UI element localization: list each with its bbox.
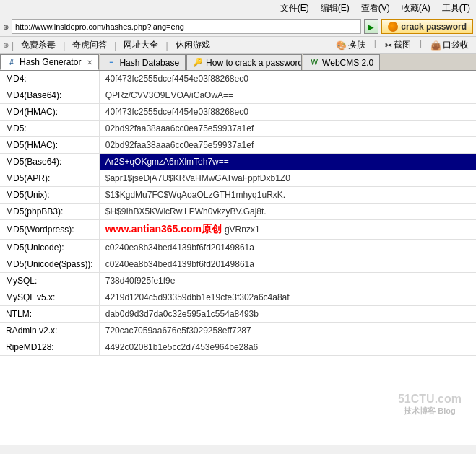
hash-value[interactable]: $1$KgdMu7FC$WqAoaOLzGTH1mhyq1uRxK. — [99, 187, 476, 204]
tab-crack-label: How to crack a password — [206, 58, 302, 68]
toolbar-sep1: | — [12, 40, 14, 51]
hash-value[interactable]: 738d40f925fe1f9e — [99, 273, 476, 289]
table-row: MySQL:738d40f925fe1f9e — [0, 273, 476, 289]
tab-crack-password[interactable]: 🔑 How to crack a password — [186, 54, 302, 70]
hash-label: NTLM: — [0, 306, 99, 323]
menu-favorites[interactable]: 收藏(A) — [399, 1, 433, 15]
table-row: MD5(Unix):$1$KgdMu7FC$WqAoaOLzGTH1mhyq1u… — [0, 187, 476, 204]
toolbar-sep6: | — [420, 38, 422, 52]
table-row: MD4(HMAC):40f473fc2555dcef4454e03f88268e… — [0, 104, 476, 121]
screenshot-icon: ✂ — [385, 40, 392, 51]
hash-label: RipeMD128: — [0, 339, 99, 356]
table-row: MySQL v5.x:4219d1204c5d93359dbb1e19cfe3f… — [0, 289, 476, 306]
hash-label: MD4(HMAC): — [0, 104, 99, 121]
table-row: RipeMD128:4492c02081b1e5cc2d7453e964be28… — [0, 339, 476, 356]
hash-gen-icon: # — [7, 57, 17, 67]
table-row: MD5(Base64):Ar2S+qOKgmzA6nXlmTeh7w== — [0, 154, 476, 170]
hash-label: MD5(Unix): — [0, 187, 99, 204]
table-row: MD5(HMAC):02bd92faa38aaa6cc0ea75e59937a1… — [0, 137, 476, 154]
hash-db-icon: ≡ — [106, 58, 116, 68]
table-row: MD5(Unicode($pass)):c0240ea8b34bed4139bf… — [0, 256, 476, 273]
toolbar-screenshot[interactable]: ✂ 截图 — [381, 38, 415, 52]
toolbar-icon: ⊕ — [3, 41, 9, 49]
address-icon: ⊕ — [3, 23, 9, 31]
hash-label: MD5(Base64): — [0, 154, 99, 170]
crack-password-button[interactable]: crack password — [381, 19, 473, 34]
toolbar-sep5: | — [374, 38, 376, 52]
hash-label: MD5(HMAC): — [0, 137, 99, 154]
crack-icon: 🔑 — [193, 58, 203, 68]
hash-value[interactable]: 4219d1204c5d93359dbb1e19cfe3f302a6c4a8af — [99, 289, 476, 306]
table-row: MD5(APR):$apr1$jseDjA7U$KRVaHMwGATwaFppf… — [0, 170, 476, 187]
toolbar-nav[interactable]: 网址大全 — [119, 38, 163, 52]
tab-webcms[interactable]: W WebCMS 2.0 — [303, 54, 380, 70]
toolbar-sep4: | — [165, 40, 168, 51]
hash-value[interactable]: 720cac7059aa676e5f3029258eff7287 — [99, 323, 476, 339]
pocket-icon: 👜 — [430, 40, 441, 51]
content-area: MD4:40f473fc2555dcef4454e03f88268ec0MD4(… — [0, 71, 476, 445]
toolbar-qa[interactable]: 奇虎问答 — [68, 38, 111, 52]
hash-value[interactable]: 4492c02081b1e5cc2d7453e964be28a6 — [99, 339, 476, 356]
address-bar-row: ⊕ ▶ crack password — [0, 17, 476, 37]
tab-hash-gen-close[interactable]: ✕ — [87, 58, 92, 66]
tab-webcms-label: WebCMS 2.0 — [322, 58, 373, 68]
hash-value[interactable]: Ar2S+qOKgmzA6nXlmTeh7w== — [99, 154, 476, 170]
table-row: NTLM:dab0d9d3d7da0c32e595a1c554a8493b — [0, 306, 476, 323]
hash-value-text: gVRnzx1 — [225, 224, 260, 235]
menu-view[interactable]: 查看(V) — [358, 1, 393, 15]
tab-hash-gen-label: Hash Generator — [20, 57, 81, 67]
hash-label: MD5(phpBB3): — [0, 204, 99, 220]
menu-edit[interactable]: 编辑(E) — [318, 1, 352, 15]
toolbar-skin[interactable]: 🎨 换肤 — [332, 38, 370, 52]
hash-value[interactable]: $apr1$jseDjA7U$KRVaHMwGATwaFppfDxb1Z0 — [99, 170, 476, 187]
toolbar-right: 🎨 换肤 | ✂ 截图 | 👜 口袋收 — [332, 38, 473, 52]
hash-value[interactable]: $H$9IhBX5KWicRw.LPWh0vkzyBV.Gaj8t. — [99, 204, 476, 220]
tab-hash-db-label: Hash Database — [119, 58, 179, 68]
address-input[interactable] — [12, 19, 361, 34]
table-row: MD4(Base64):QPRz/CVV3O9EVOA/iCaOwA== — [0, 87, 476, 104]
hash-value[interactable]: c0240ea8b34bed4139bf6fd20149861a — [99, 240, 476, 256]
table-row: RAdmin v2.x:720cac7059aa676e5f3029258eff… — [0, 323, 476, 339]
toolbar-sep3: | — [114, 40, 116, 51]
crack-search-icon — [388, 22, 398, 32]
hash-value[interactable]: 40f473fc2555dcef4454e03f88268ec0 — [99, 104, 476, 121]
toolbar-games[interactable]: 休闲游戏 — [171, 38, 215, 52]
hash-value[interactable]: 02bd92faa38aaa6cc0ea75e59937a1ef — [99, 121, 476, 137]
hash-value[interactable]: dab0d9d3d7da0c32e595a1c554a8493b — [99, 306, 476, 323]
table-row: MD5(phpBB3):$H$9IhBX5KWicRw.LPWh0vkzyBV.… — [0, 204, 476, 220]
hash-label: MD5(Unicode): — [0, 240, 99, 256]
toolbar-pocket[interactable]: 👜 口袋收 — [426, 38, 473, 52]
crack-label: crack password — [401, 22, 467, 32]
hash-label: MySQL v5.x: — [0, 289, 99, 306]
watermark-line1: 51CTU.com — [398, 393, 462, 406]
hash-value[interactable]: c0240ea8b34bed4139bf6fd20149861a — [99, 256, 476, 273]
hash-value[interactable]: 02bd92faa38aaa6cc0ea75e59937a1ef — [99, 137, 476, 154]
tab-hash-generator[interactable]: # Hash Generator ✕ — [0, 54, 99, 70]
go-button[interactable]: ▶ — [364, 19, 378, 34]
toolbar-antivirus[interactable]: 免费杀毒 — [17, 38, 60, 52]
hash-label: MD4(Base64): — [0, 87, 99, 104]
webcms-icon: W — [309, 58, 319, 68]
skin-icon: 🎨 — [336, 40, 347, 51]
menu-file[interactable]: 文件(E) — [277, 1, 312, 15]
table-row: MD5:02bd92faa38aaa6cc0ea75e59937a1ef — [0, 121, 476, 137]
menu-tools[interactable]: 工具(T) — [439, 1, 473, 15]
toolbar-sep2: | — [63, 40, 65, 51]
hash-value[interactable]: www.antian365.com原创 gVRnzx1 — [99, 220, 476, 240]
watermark-line2: 技术博客 Blog — [398, 406, 462, 416]
hash-label: MD5(Unicode($pass)): — [0, 256, 99, 273]
hash-label: MD5(APR): — [0, 170, 99, 187]
hash-label: MySQL: — [0, 273, 99, 289]
bottom-watermark: 51CTU.com 技术博客 Blog — [398, 393, 462, 416]
menu-bar: 文件(E) 编辑(E) 查看(V) 收藏(A) 工具(T) — [0, 0, 476, 17]
table-row: MD4:40f473fc2555dcef4454e03f88268ec0 — [0, 71, 476, 87]
hash-label: MD4: — [0, 71, 99, 87]
hash-value[interactable]: 40f473fc2555dcef4454e03f88268ec0 — [99, 71, 476, 87]
hash-label: MD5: — [0, 121, 99, 137]
hash-value[interactable]: QPRz/CVV3O9EVOA/iCaOwA== — [99, 87, 476, 104]
hash-table: MD4:40f473fc2555dcef4454e03f88268ec0MD4(… — [0, 71, 476, 356]
hash-label: MD5(Wordpress): — [0, 220, 99, 240]
hash-label: RAdmin v2.x: — [0, 323, 99, 339]
tab-hash-database[interactable]: ≡ Hash Database — [100, 54, 186, 70]
table-row: MD5(Wordpress):www.antian365.com原创 gVRnz… — [0, 220, 476, 240]
